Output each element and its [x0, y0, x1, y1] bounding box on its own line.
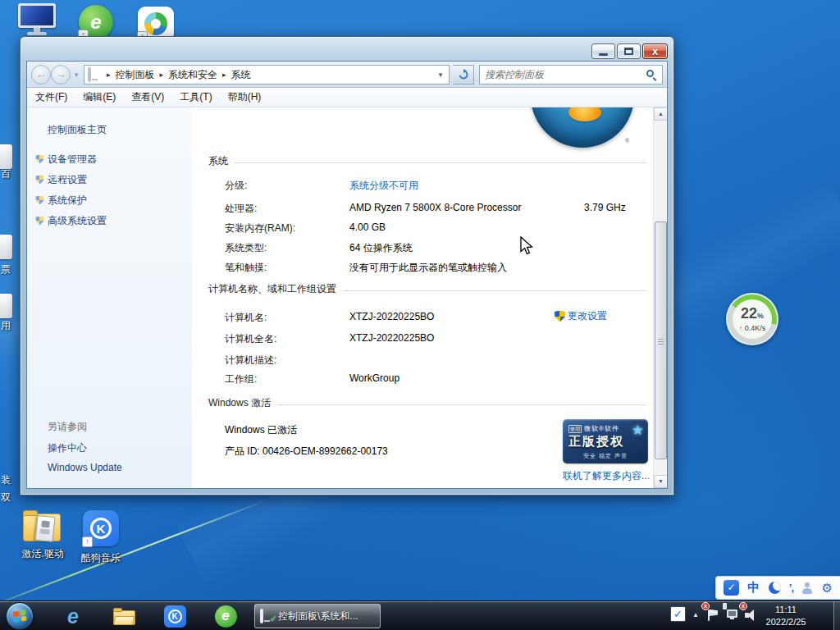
sidebar-item-windows-update[interactable]: Windows Update [48, 462, 122, 473]
row-processor: 处理器: AMD Ryzen 7 5800X 8-Core Processor … [225, 202, 646, 216]
menu-help[interactable]: 帮助(H) [228, 90, 262, 104]
computer-icon [18, 3, 59, 36]
breadcrumb-separator-icon: ▸ [103, 71, 114, 79]
sidebar-item-action-center[interactable]: 操作中心 [48, 441, 87, 455]
vertical-scrollbar[interactable]: ▲ ▼ [653, 107, 667, 488]
desktop-icon-360-browser[interactable]: e ↑ [79, 5, 113, 39]
sidebar-item-control-panel-home[interactable]: 控制面板主页 [48, 123, 107, 137]
menu-file[interactable]: 文件(F) [35, 90, 67, 104]
scroll-up-button[interactable]: ▲ [654, 107, 668, 121]
system-control-panel-window: x ← → ▼ ▸ 控制面板 ▸ 系统和安全 ▸ 系统 ▼ [20, 36, 674, 495]
close-button[interactable]: x [642, 43, 668, 59]
clock-date: 2022/2/25 [756, 616, 815, 628]
clock-time: 11:11 [756, 604, 815, 616]
refresh-icon [458, 69, 469, 80]
row-computer-description: 计算机描述: [225, 354, 646, 368]
ime-account-icon[interactable] [801, 582, 813, 594]
windows-flag-icon [12, 609, 27, 623]
section-windows-activation: Windows 激活 [208, 396, 646, 410]
breadcrumb-control-panel[interactable]: 控制面板 [116, 68, 155, 82]
learn-more-online-link[interactable]: 联机了解更多内容... [563, 469, 650, 483]
edge-desktop-icon[interactable] [0, 294, 12, 318]
sidebar-item-device-manager[interactable]: 设备管理器 [48, 153, 97, 167]
change-settings-link[interactable]: 更改设置 [555, 309, 607, 323]
search-input[interactable] [485, 69, 646, 80]
edge-desktop-icon[interactable] [0, 235, 12, 259]
section-computer-name: 计算机名称、域和工作组设置 [208, 282, 646, 296]
folder-icon [113, 608, 135, 625]
search-box[interactable] [479, 65, 663, 84]
desktop-icon-kugou[interactable]: K ↑ 酷狗音乐 [72, 510, 130, 565]
menu-edit[interactable]: 编辑(E) [83, 90, 116, 104]
badge-star-icon: ★ [632, 422, 644, 439]
taskbar-clock[interactable]: 11:11 2022/2/25 [756, 604, 815, 628]
start-button[interactable] [6, 602, 34, 630]
processor-speed: 3.79 GHz [584, 202, 626, 213]
usage-percent: 22 [741, 305, 757, 322]
registered-mark: ® [625, 138, 629, 144]
search-icon[interactable] [646, 70, 657, 80]
sidebar-item-remote-settings[interactable]: 远程设置 [48, 173, 87, 187]
desktop-icon-activate-driver[interactable]: 激活.驱动 [11, 510, 74, 561]
desktop-icon-label: 酷狗音乐 [72, 551, 130, 565]
menu-tools[interactable]: 工具(T) [180, 90, 212, 104]
maximize-button[interactable] [617, 43, 641, 59]
speed-ball-widget[interactable]: 22% ↑ 0.4K/s [726, 293, 778, 345]
desktop-icon-computer[interactable] [18, 3, 59, 36]
windows-logo [531, 107, 634, 148]
shortcut-arrow-icon: ↑ [82, 536, 93, 547]
address-bar[interactable]: ▸ 控制面板 ▸ 系统和安全 ▸ 系统 ▼ [84, 65, 450, 84]
ime-logo-icon[interactable]: ✓ [724, 580, 739, 596]
tray-ime-indicator-icon[interactable]: ✓ [670, 606, 686, 622]
section-title: 计算机名称、域和工作组设置 [208, 282, 336, 296]
ime-punctuation-icon[interactable]: ’, [789, 582, 793, 594]
ime-language-bar[interactable]: ✓ 中 ’, ⚙ [715, 576, 840, 600]
forward-button[interactable]: → [51, 65, 71, 84]
system-window-icon: ✓ [260, 610, 274, 622]
ime-settings-gear-icon[interactable]: ⚙ [821, 581, 832, 596]
sidebar-item-system-protection[interactable]: 系统保护 [48, 194, 87, 208]
scroll-down-button[interactable]: ▼ [654, 475, 668, 488]
row-workgroup: 工作组: WorkGroup [225, 372, 646, 386]
edge-desktop-icon[interactable] [0, 144, 12, 169]
row-memory: 安装内存(RAM): 4.00 GB [225, 221, 646, 235]
address-dropdown-icon[interactable]: ▼ [437, 71, 445, 79]
back-button[interactable]: ← [31, 65, 51, 84]
show-desktop-button[interactable] [833, 601, 840, 630]
taskbar-item-360-browser[interactable]: e [212, 605, 240, 628]
system-content-pane: ® 系统 分级: 系统分级不可用 处理器: AMD Ryzen 7 5800X … [192, 107, 653, 488]
ime-chinese-mode-icon[interactable]: 中 [747, 580, 760, 596]
refresh-button[interactable] [453, 65, 474, 84]
recent-pages-dropdown[interactable]: ▼ [73, 71, 80, 79]
section-title: Windows 激活 [208, 396, 271, 410]
taskbar-item-internet-explorer[interactable]: e [59, 605, 87, 628]
desktop: e ↑ ↑ 百 票 用 装 双 激活.驱动 K ↑ 酷狗音乐 x ← [0, 0, 840, 630]
edge-desktop-icon-label: 用 [1, 319, 11, 333]
taskbar-item-explorer[interactable] [110, 605, 138, 628]
edge-desktop-icon-label: 票 [1, 262, 11, 276]
rating-unavailable-link[interactable]: 系统分级不可用 [349, 179, 418, 193]
minimize-button[interactable] [591, 43, 615, 59]
show-hidden-icons-button[interactable]: ▲ [692, 611, 699, 619]
uac-shield-icon [35, 154, 43, 163]
upload-speed: 0.4K/s [745, 324, 766, 332]
uac-shield-icon [35, 175, 43, 184]
taskbar-active-window-control-panel[interactable]: ✓ 控制面板\系统和... [254, 604, 381, 628]
menu-view[interactable]: 查看(V) [131, 90, 164, 104]
uac-shield-icon [35, 195, 43, 204]
scrollbar-thumb[interactable] [655, 221, 667, 459]
360-browser-icon: e [215, 605, 237, 628]
section-title: 系统 [208, 154, 228, 168]
breadcrumb-system[interactable]: 系统 [231, 68, 251, 82]
desktop-icon-label: 激活.驱动 [11, 547, 74, 561]
uac-shield-icon [35, 216, 43, 225]
taskbar-item-kugou[interactable]: K [161, 605, 189, 628]
ime-fullwidth-moon-icon[interactable] [769, 582, 781, 594]
edge-desktop-icon-label: 百 [1, 167, 11, 181]
breadcrumb-separator-icon: ▸ [157, 71, 167, 79]
kugou-icon: K ↑ [83, 510, 119, 546]
breadcrumb-system-security[interactable]: 系统和安全 [168, 68, 217, 82]
sidebar-item-advanced-system-settings[interactable]: 高级系统设置 [48, 214, 107, 228]
row-rating: 分级: 系统分级不可用 [225, 179, 646, 193]
edge-desktop-icon-label: 双 [1, 491, 11, 504]
